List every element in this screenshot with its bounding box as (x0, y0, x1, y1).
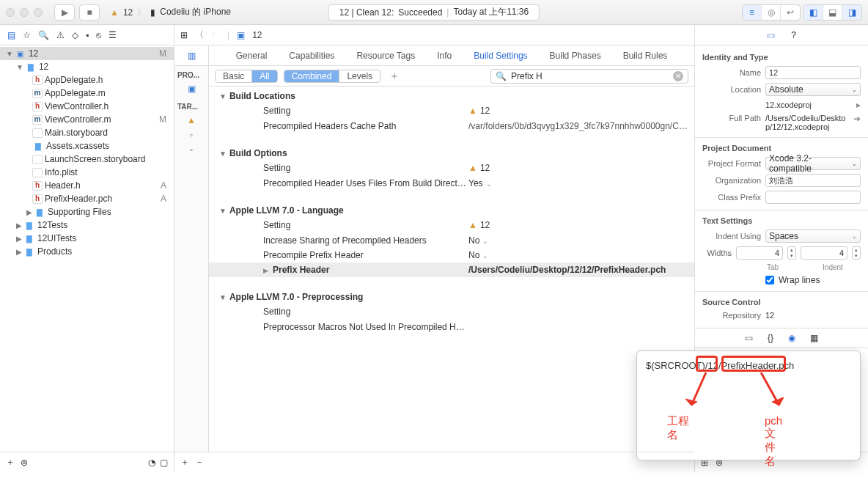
group-row[interactable]: ▶▇Supporting Files (0, 205, 174, 219)
group-header[interactable]: ▼Build Options (209, 144, 694, 161)
format-select[interactable]: Xcode 3.2-compatible⌄ (765, 157, 861, 170)
chevron-down-icon[interactable]: ⌄ (482, 252, 488, 260)
tab-build-phases[interactable]: Build Phases (550, 51, 601, 61)
chevron-right-icon[interactable]: ▶ (263, 267, 268, 274)
view-combined[interactable]: Combined (284, 70, 340, 82)
find-nav-icon[interactable]: 🔍 (38, 30, 49, 40)
setting-row[interactable]: Precompiled Header Uses Files From Build… (209, 176, 694, 191)
related-icon[interactable]: ⊞ (180, 30, 188, 40)
target-app[interactable]: ▲ (174, 113, 208, 128)
issue-nav-icon[interactable]: ⚠ (56, 30, 65, 40)
tab-build-rules[interactable]: Build Rules (623, 51, 668, 61)
code-snippets-icon[interactable]: {} (768, 333, 773, 343)
settings-search[interactable]: 🔍 ✕ (490, 69, 688, 84)
choose-path-icon[interactable]: ▸ (856, 100, 861, 110)
debug-nav-icon[interactable]: ▪ (86, 30, 89, 40)
file-row[interactable]: hPrefixHeader.pchA (0, 192, 174, 205)
target-tests[interactable]: ▫ (174, 128, 208, 142)
file-row[interactable]: hViewController.h (0, 100, 174, 113)
report-nav-icon[interactable]: ☰ (108, 30, 117, 40)
group-header[interactable]: ▼Build Locations (209, 87, 694, 104)
outline-toggle-icon[interactable]: ▥ (174, 45, 209, 66)
setting-row[interactable]: Increase Sharing of Precompiled HeadersN… (209, 233, 694, 248)
scheme-selector[interactable]: ▲ 12 〉 ▮ Codeliu 的 iPhone (110, 6, 231, 18)
editor-mode-seg[interactable]: ≡◎↩ (742, 4, 801, 21)
prefix-field[interactable] (765, 191, 861, 204)
file-row[interactable]: mAppDelegate.m (0, 87, 174, 100)
setting-row[interactable]: Precompile Prefix HeaderNo⌄ (209, 248, 694, 262)
stop-button[interactable]: ■ (79, 4, 100, 21)
project-item[interactable]: ▣ (174, 81, 208, 96)
view-levels[interactable]: Levels (339, 70, 380, 82)
jump-path[interactable]: 12 (252, 30, 262, 40)
recent-icon[interactable]: ◔ (148, 458, 155, 468)
clear-search-icon[interactable]: ✕ (673, 71, 683, 81)
forward-icon[interactable]: 〉 (211, 29, 220, 41)
wrap-lines-checkbox[interactable]: Wrap lines (765, 275, 861, 285)
project-tree[interactable]: ▼▣12M ▼▇12 hAppDelegate.h mAppDelegate.m… (0, 45, 174, 452)
setting-row-prefix-header[interactable]: ▶Prefix Header/Users/Codeliu/Desktop/12/… (209, 262, 694, 277)
max-dot[interactable] (34, 8, 43, 17)
group-row[interactable]: ▼▇12 (0, 60, 174, 73)
run-button[interactable]: ▶ (54, 4, 75, 21)
project-root[interactable]: ▼▣12M (0, 47, 174, 60)
chevron-down-icon[interactable]: ⌄ (486, 180, 492, 188)
test-nav-icon[interactable]: ◇ (72, 30, 78, 40)
tab-capabilities[interactable]: Capabilities (289, 51, 334, 61)
group-header[interactable]: ▼Apple LLVM 7.0 - Language (209, 201, 694, 219)
media-library-icon[interactable]: ▦ (810, 333, 818, 343)
bottom-panel-icon[interactable]: ⬓ (823, 5, 842, 20)
location-select[interactable]: Absolute⌄ (765, 83, 861, 96)
tab-stepper[interactable]: ▴▾ (787, 246, 796, 260)
object-library-icon[interactable]: ◉ (788, 333, 795, 343)
setting-row[interactable]: Preprocessor Macros Not Used In Precompi… (209, 320, 694, 334)
setting-row[interactable]: Precompiled Headers Cache Path/var/folde… (209, 119, 694, 133)
file-row[interactable]: LaunchScreen.storyboard (0, 153, 174, 166)
scope-basic[interactable]: Basic (216, 70, 252, 82)
tab-info[interactable]: Info (437, 51, 452, 61)
group-row[interactable]: ▶▇12UITests (0, 232, 174, 245)
breakpoint-nav-icon[interactable]: ⎋ (96, 30, 101, 40)
right-panel-icon[interactable]: ◨ (842, 5, 861, 20)
back-icon[interactable]: 〈 (195, 29, 204, 41)
remove-icon[interactable]: － (195, 456, 204, 469)
settings-search-input[interactable] (511, 71, 669, 81)
file-templates-icon[interactable]: ▭ (745, 333, 753, 343)
indent-stepper[interactable]: ▴▾ (852, 246, 861, 260)
file-row[interactable]: Main.storyboard (0, 126, 174, 139)
file-row[interactable]: hAppDelegate.h (0, 73, 174, 87)
filter-icon[interactable]: ⊚ (21, 458, 28, 468)
tab-general[interactable]: General (236, 51, 268, 61)
group-row[interactable]: ▶▇12Tests (0, 219, 174, 232)
group-header[interactable]: ▼Apple LLVM 7.0 - Preprocessing (209, 287, 694, 305)
view-seg[interactable]: CombinedLevels (284, 70, 380, 83)
file-row[interactable]: ▇Assets.xcassets (0, 139, 174, 153)
chevron-down-icon[interactable]: ⌄ (482, 238, 488, 245)
file-row[interactable]: Info.plist (0, 166, 174, 179)
help-inspector-icon[interactable]: ? (791, 30, 796, 40)
tab-resource-tags[interactable]: Resource Tags (356, 51, 415, 61)
tab-build-settings[interactable]: Build Settings (474, 51, 527, 61)
scope-all[interactable]: All (252, 70, 276, 82)
name-field[interactable]: 12 (765, 66, 861, 79)
indent-select[interactable]: Spaces⌄ (765, 230, 861, 243)
file-row[interactable]: mViewController.mM (0, 113, 174, 126)
file-row[interactable]: hHeader.hA (0, 179, 174, 192)
assistant-editor-icon[interactable]: ◎ (762, 5, 781, 20)
symbol-nav-icon[interactable]: ☆ (23, 30, 31, 40)
indent-width-field[interactable]: 4 (801, 246, 847, 260)
close-dot[interactable] (6, 8, 15, 17)
target-uitests[interactable]: ▫ (174, 142, 208, 157)
scm-filter-icon[interactable]: ▢ (160, 458, 168, 468)
scope-seg[interactable]: BasicAll (215, 70, 278, 83)
settings-table[interactable]: ▼Build Locations Setting▲12 Precompiled … (209, 87, 694, 452)
tab-width-field[interactable]: 4 (736, 246, 783, 260)
add-setting-icon[interactable]: ＋ (389, 70, 400, 83)
panels-seg[interactable]: ◧⬓◨ (803, 4, 862, 21)
standard-editor-icon[interactable]: ≡ (743, 5, 762, 20)
group-row[interactable]: ▶▇Products (0, 245, 174, 258)
min-dot[interactable] (20, 8, 29, 17)
left-panel-icon[interactable]: ◧ (804, 5, 823, 20)
reveal-icon[interactable]: ➜ (853, 114, 861, 124)
project-nav-icon[interactable]: ▤ (7, 30, 15, 40)
